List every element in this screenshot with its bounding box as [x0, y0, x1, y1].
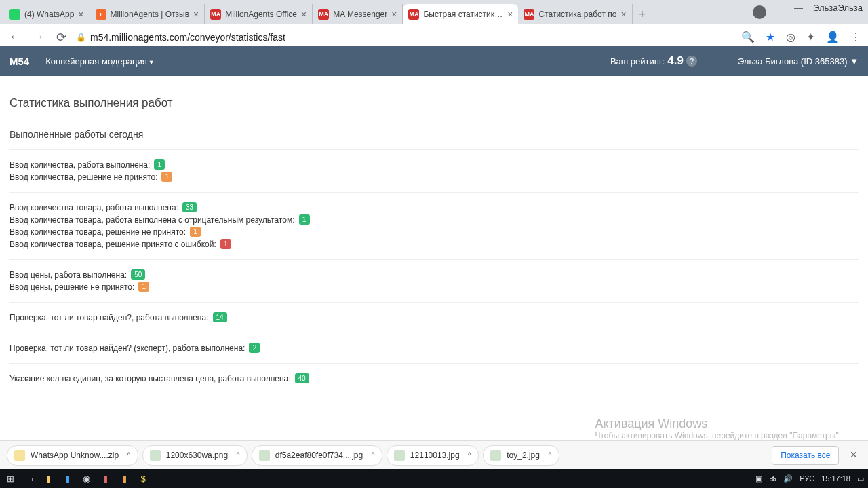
tab-title: Быстрая статистика р — [423, 10, 503, 19]
browser-tab[interactable]: i MillionAgents | Отзыв × — [90, 4, 205, 24]
windows-taskbar: ⊞ ▭ ▮ ▮ ◉ ▮ ▮ $ ▣ 🖧 🔊 РУС 15:17:18 ▭ — [0, 469, 868, 488]
tab-favicon: MA — [408, 9, 419, 20]
close-tab-icon[interactable]: × — [391, 9, 397, 20]
tab-favicon: MA — [210, 9, 221, 20]
close-tab-icon[interactable]: × — [193, 9, 199, 20]
watermark-title: Активация Windows — [595, 417, 841, 431]
stat-line: Ввод цены, работа выполнена: 50 — [9, 269, 859, 280]
moderation-menu[interactable]: Конвейерная модерация▼ — [45, 56, 155, 67]
stat-label: Ввод количества товара, работа выполнена… — [9, 203, 178, 212]
show-all-downloads-button[interactable]: Показать все — [772, 446, 839, 465]
download-item[interactable]: df5a2eaf80fe0f734....jpg ^ — [252, 445, 382, 466]
tray-icon[interactable]: ▣ — [755, 474, 762, 483]
file-icon — [490, 450, 501, 461]
stat-line: Ввод цены, решение не принято: 1 — [9, 282, 859, 292]
stat-badge: 2 — [249, 343, 260, 353]
network-icon[interactable]: 🖧 — [769, 474, 776, 483]
close-downloads-button[interactable]: × — [846, 448, 861, 462]
stat-label: Ввод цены, решение не принято: — [9, 282, 134, 292]
stat-line: Ввод количества товара, решение не приня… — [9, 227, 859, 237]
stats-section: Ввод цены, работа выполнена: 50Ввод цены… — [9, 259, 859, 302]
chrome-icon[interactable]: ◉ — [80, 472, 92, 485]
moderation-menu-label: Конвейерная модерация — [45, 56, 147, 67]
close-tab-icon[interactable]: × — [620, 9, 626, 20]
stat-line: Проверка, тот ли товар найден? (эксперт)… — [9, 343, 859, 353]
account-icon[interactable]: ◎ — [786, 31, 795, 43]
stats-section: Проверка, тот ли товар найден? (эксперт)… — [9, 333, 859, 363]
reload-button[interactable]: ⟳ — [53, 30, 69, 45]
browser-tab[interactable]: MA Быстрая статистика р × — [403, 4, 518, 24]
addr-icons: 🔍 ★ ◎ ✦ 👤 ⋮ — [741, 31, 861, 43]
close-tab-icon[interactable]: × — [78, 9, 83, 20]
chevron-up-icon[interactable]: ^ — [548, 451, 552, 460]
tab-title: MA Messenger — [333, 10, 387, 19]
rating-label: Ваш рейтинг: — [610, 56, 665, 67]
volume-icon[interactable]: 🔊 — [783, 474, 793, 483]
chevron-up-icon[interactable]: ^ — [468, 451, 472, 460]
stat-badge: 50 — [131, 269, 145, 280]
chevron-up-icon[interactable]: ^ — [236, 451, 240, 460]
user-name: Эльза Биглова (ID 365383) — [738, 56, 848, 67]
stat-label: Ввод количества, решение не принято: — [9, 172, 157, 182]
stat-label: Указание кол-ва единиц, за которую выста… — [9, 374, 291, 383]
stat-label: Ввод количества, работа выполнена: — [9, 160, 150, 170]
forward-button[interactable]: → — [30, 30, 46, 44]
download-item[interactable]: WhatsApp Unknow....zip ^ — [7, 445, 138, 466]
profile-avatar-icon[interactable]: 👤 — [826, 31, 840, 43]
search-icon[interactable]: 🔍 — [741, 31, 755, 43]
chevron-up-icon[interactable]: ^ — [127, 451, 131, 460]
close-tab-icon[interactable]: × — [301, 9, 307, 20]
language-indicator[interactable]: РУС — [800, 474, 814, 483]
app-icon-1[interactable]: ▮ — [99, 472, 111, 485]
file-icon — [259, 450, 270, 461]
download-filename: toy_2.jpg — [507, 451, 540, 460]
chrome-profile-name[interactable]: ЭльзаЭльза — [813, 3, 863, 13]
mail-icon[interactable]: ▮ — [61, 472, 73, 485]
download-item[interactable]: 1200x630wa.png ^ — [142, 445, 248, 466]
stat-badge: 33 — [182, 202, 197, 212]
url-box[interactable]: 🔒 m54.millionagents.com/conveyor/statist… — [76, 32, 734, 43]
browser-tab[interactable]: (4) WhatsApp × — [4, 4, 90, 24]
rating-display: Ваш рейтинг: 4.9 ? — [610, 54, 697, 68]
stats-section: Ввод количества, работа выполнена: 1Ввод… — [9, 149, 859, 192]
extensions-icon[interactable]: ✦ — [806, 31, 815, 43]
app-icon-2[interactable]: ▮ — [118, 472, 130, 485]
incognito-icon[interactable] — [753, 5, 766, 19]
page-subtitle: Выполненные работы сегодня — [9, 129, 859, 140]
minimize-icon[interactable]: — — [794, 3, 803, 13]
file-icon — [150, 450, 161, 461]
notifications-icon[interactable]: ▭ — [857, 474, 864, 483]
bookmark-star-icon[interactable]: ★ — [766, 31, 775, 43]
help-icon[interactable]: ? — [686, 56, 697, 67]
browser-tab[interactable]: MA Статистика работ по × — [518, 4, 632, 24]
user-menu[interactable]: Эльза Биглова (ID 365383) ▼ — [738, 56, 859, 67]
clock[interactable]: 15:17:18 — [821, 474, 850, 483]
stat-line: Проверка, тот ли товар найден?, работа в… — [9, 312, 859, 322]
download-item[interactable]: 12110013.jpg ^ — [387, 445, 479, 466]
task-view-icon[interactable]: ▭ — [23, 472, 35, 485]
chevron-up-icon[interactable]: ^ — [371, 451, 375, 460]
download-item[interactable]: toy_2.jpg ^ — [483, 445, 559, 466]
page-title: Статистика выполнения работ — [9, 96, 859, 110]
stat-badge: 1 — [154, 159, 165, 170]
back-button[interactable]: ← — [7, 30, 23, 44]
browser-tab[interactable]: MA MA Messenger × — [313, 4, 403, 24]
start-button[interactable]: ⊞ — [4, 472, 16, 485]
chevron-down-icon: ▼ — [850, 56, 859, 67]
downloads-bar: WhatsApp Unknow....zip ^ 1200x630wa.png … — [0, 440, 868, 469]
url-text: m54.millionagents.com/conveyor/statistic… — [90, 32, 285, 43]
close-tab-icon[interactable]: × — [507, 9, 513, 20]
stats-section: Указание кол-ва единиц, за которую выста… — [9, 363, 859, 394]
new-tab-button[interactable]: + — [633, 7, 652, 22]
stat-label: Ввод количества товара, решение принято … — [9, 240, 216, 249]
tab-title: MillionAgents Office — [225, 10, 297, 19]
file-explorer-icon[interactable]: ▮ — [42, 472, 54, 485]
app-brand[interactable]: M54 — [9, 56, 29, 67]
download-filename: 12110013.jpg — [410, 451, 460, 460]
stat-badge: 1 — [190, 227, 201, 237]
stat-badge: 1 — [299, 214, 310, 225]
menu-dots-icon[interactable]: ⋮ — [850, 31, 861, 43]
browser-tab[interactable]: MA MillionAgents Office × — [205, 4, 313, 24]
stat-badge: 14 — [213, 312, 227, 322]
app-icon-3[interactable]: $ — [137, 472, 149, 485]
